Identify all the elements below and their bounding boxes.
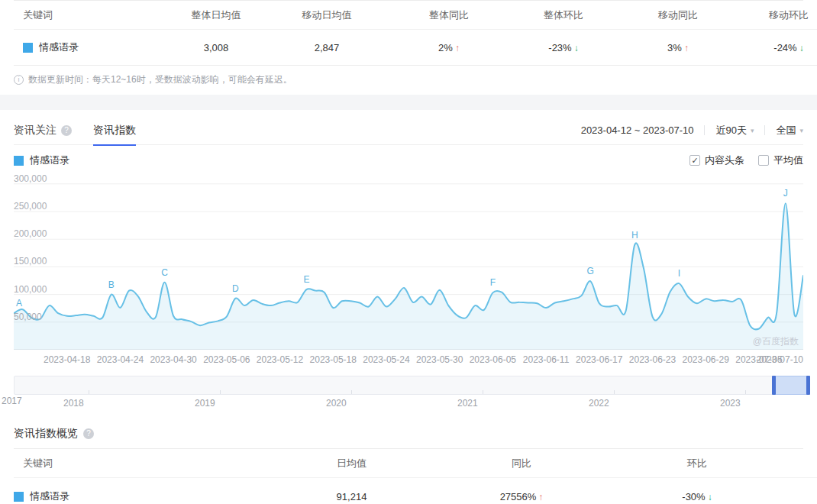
region-value: 全国 [776, 124, 796, 137]
trend-arrow-icon: ↓ [574, 43, 579, 53]
x-axis-tick-label: 2023-05-30 [416, 354, 463, 365]
range-handle-left[interactable] [772, 376, 776, 395]
peak-marker-I[interactable]: I [678, 268, 680, 279]
timeline-year-2022: 2022 [589, 398, 609, 409]
chart-tabbar: 资讯关注 ? 资讯指数 2023-04-12 ~ 2023-07-10 近90天… [14, 116, 803, 145]
average-toggle[interactable]: 平均值 [758, 153, 803, 167]
x-axis-tick-label: 2023-04-30 [150, 354, 196, 365]
range-controls: 2023-04-12 ~ 2023-07-10 近90天 ▾ 全国 ▾ [581, 124, 803, 137]
checkbox-checked-icon[interactable]: ✓ [689, 155, 700, 166]
summary-header-3: 整体同比 [380, 1, 518, 30]
timeline-tick [220, 390, 221, 394]
keyword-label: 情感语录 [39, 40, 79, 54]
peak-marker-C[interactable]: C [161, 267, 168, 278]
trend-arrow-icon: ↓ [799, 43, 804, 53]
timeline-year-2023: 2023 [720, 398, 741, 409]
notice-text: 数据更新时间：每天12~16时，受数据波动影响，可能会有延迟。 [28, 73, 292, 86]
timeline-year-2017: 2017 [2, 396, 22, 406]
mobile-mom-value: -24%↓ [747, 30, 817, 66]
timeline-tick [351, 390, 352, 394]
peak-marker-J[interactable]: J [783, 188, 788, 199]
summary-header-0: 关键词 [14, 1, 159, 30]
x-axis-tick-label: 2023-06-23 [629, 354, 676, 365]
data-update-notice: i 数据更新时间：每天12~16时，受数据波动影响，可能会有延迟。 [14, 73, 803, 86]
keyword-summary-table: 关键词整体日均值移动日均值整体同比整体环比移动同比移动环比 情感语录 3,008… [14, 0, 803, 66]
timeline-range-slider[interactable] [14, 376, 803, 395]
overview-section-title: 资讯指数概览 ? [14, 427, 803, 441]
overview-header-3: 环比 [605, 449, 817, 478]
trend-line-svg: ABCDEFGHIJ [14, 176, 803, 350]
summary-header-1: 整体日均值 [159, 1, 273, 30]
peak-marker-B[interactable]: B [108, 279, 115, 290]
summary-header-6: 移动环比 [747, 1, 817, 30]
peak-marker-G[interactable]: G [587, 266, 594, 276]
tab-news-index[interactable]: 资讯指数 [93, 116, 136, 145]
timeline-year-2021: 2021 [457, 398, 478, 409]
peak-marker-F[interactable]: F [490, 277, 496, 288]
divider [764, 125, 765, 135]
x-axis-tick-label: 2023-06-05 [470, 354, 516, 365]
keyword-legend-cell[interactable]: 情感语录 [14, 489, 266, 503]
overview-header-1: 日均值 [266, 449, 438, 478]
overview-table: 关键词日均值同比环比 情感语录 91,214 27556%↑ -30%↓ [14, 448, 803, 504]
chart-x-axis: 2023-04-182023-04-242023-04-302023-05-06… [14, 354, 803, 366]
timeline-year-labels: 2017201820192020202120222023 [0, 398, 817, 412]
x-axis-tick-label: 2023-04-24 [97, 354, 144, 365]
trend-arrow-icon: ↑ [684, 43, 689, 53]
x-axis-tick-label: 2023-06-17 [576, 354, 622, 365]
checkbox-unchecked-icon[interactable] [758, 155, 769, 166]
period-dropdown[interactable]: 近90天 ▾ [715, 124, 754, 137]
trend-arrow-icon: ↑ [538, 492, 543, 502]
overall-mom-value: -23%↓ [518, 30, 609, 66]
x-axis-tick-label: 2023-05-06 [203, 354, 250, 365]
series-color-swatch [14, 156, 24, 166]
range-handle-right[interactable] [806, 376, 810, 395]
help-icon[interactable]: ? [61, 125, 72, 136]
period-value: 近90天 [715, 124, 746, 137]
keyword-color-swatch [14, 492, 24, 502]
overview-header-2: 同比 [438, 449, 605, 478]
divider [704, 125, 705, 135]
series-legend-label: 情感语录 [30, 153, 69, 167]
toggle-label: 平均值 [773, 153, 803, 167]
peak-marker-H[interactable]: H [631, 230, 638, 241]
x-axis-tick-label: 2023-04-18 [44, 354, 90, 365]
table-row: 情感语录 3,008 2,847 2%↑ -23%↓ 3%↑ -24%↓ [14, 30, 817, 66]
x-axis-tick-label: 2023-06-29 [682, 354, 728, 365]
content-toutiao-toggle[interactable]: ✓ 内容头条 [689, 153, 744, 167]
x-axis-tick-label: 2023-05-12 [257, 354, 303, 365]
trend-arrow-icon: ↑ [455, 43, 460, 53]
summary-header-2: 移动日均值 [273, 1, 380, 30]
timeline-selected-range[interactable] [773, 376, 809, 395]
region-dropdown[interactable]: 全国 ▾ [776, 124, 803, 137]
chevron-down-icon: ▾ [799, 127, 803, 134]
news-index-trend-chart[interactable]: ABCDEFGHIJ @百度指数 50,000100,000150,000200… [14, 176, 803, 350]
chevron-down-icon: ▾ [751, 127, 754, 134]
date-range-value[interactable]: 2023-04-12 ~ 2023-07-10 [581, 124, 694, 136]
timeline-tick [483, 390, 483, 394]
keyword-legend-cell[interactable]: 情感语录 [23, 40, 159, 54]
mobile-yoy-value: 3%↑ [609, 30, 747, 66]
timeline-tick [745, 390, 746, 394]
timeline-year-2020: 2020 [326, 398, 347, 409]
mom-value: -30%↓ [605, 478, 817, 504]
overview-table-header-row: 关键词日均值同比环比 [14, 449, 817, 478]
peak-marker-D[interactable]: D [232, 283, 239, 294]
tab-news-attention[interactable]: 资讯关注 ? [14, 116, 72, 145]
chart-legend-row: 情感语录 ✓ 内容头条 平均值 [14, 154, 803, 166]
overview-title-text: 资讯指数概览 [14, 427, 78, 441]
peak-marker-A[interactable]: A [16, 298, 22, 309]
overall-yoy-value: 2%↑ [380, 30, 518, 66]
keyword-label: 情感语录 [30, 489, 69, 503]
overlay-toggles: ✓ 内容头条 平均值 [689, 153, 803, 167]
timeline-year-2018: 2018 [63, 398, 84, 409]
peak-marker-E[interactable]: E [303, 274, 309, 285]
help-icon[interactable]: ? [83, 428, 94, 439]
timeline-year-2019: 2019 [195, 398, 215, 409]
mobile-daily-value: 2,847 [273, 30, 380, 66]
tab-label: 资讯关注 [14, 124, 57, 137]
baidu-index-watermark: @百度指数 [753, 335, 799, 348]
series-legend[interactable]: 情感语录 [14, 153, 69, 167]
keyword-color-swatch [23, 43, 33, 53]
overall-daily-value: 3,008 [159, 30, 273, 66]
